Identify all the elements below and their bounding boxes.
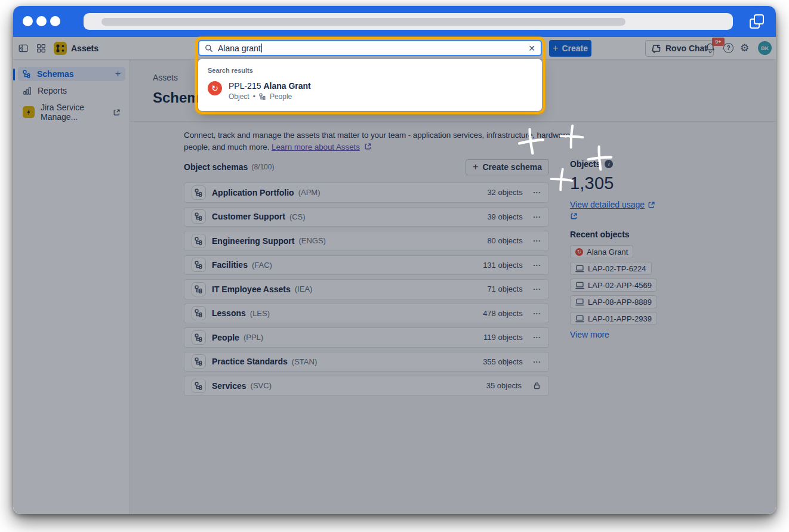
clear-search-icon[interactable]: ✕: [528, 44, 535, 53]
search-result-item[interactable]: ↻ PPL-215 Alana Grant Object • People: [208, 81, 532, 101]
text-caret: [261, 44, 263, 52]
traffic-light-zoom-icon[interactable]: [50, 16, 60, 26]
url-placeholder: [101, 18, 625, 26]
browser-window: Assets + Create Rovo Chat: [13, 6, 776, 514]
traffic-light-minimize-icon[interactable]: [36, 16, 47, 26]
schema-tree-icon: [259, 93, 266, 100]
person-object-icon: ↻: [208, 81, 222, 95]
search-query-text: Alana grant: [218, 44, 261, 53]
page-background: Assets + Create Rovo Chat: [0, 0, 789, 532]
duplicate-tab-icon[interactable]: [749, 14, 766, 30]
traffic-light-close-icon[interactable]: [23, 16, 33, 26]
global-search-input[interactable]: Alana grant ✕: [198, 40, 542, 56]
browser-chrome: [13, 6, 776, 37]
search-results-dropdown: Search results ↻ PPL-215 Alana Grant Obj…: [198, 59, 542, 111]
search-results-heading: Search results: [208, 67, 532, 74]
browser-url-bar[interactable]: [84, 13, 733, 30]
search-icon: [205, 44, 213, 52]
